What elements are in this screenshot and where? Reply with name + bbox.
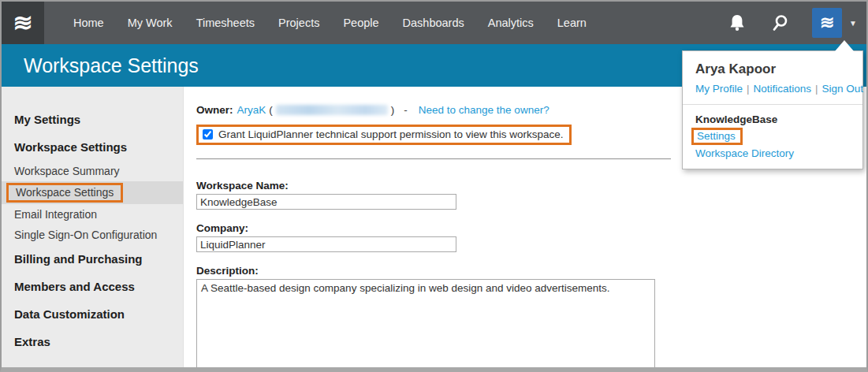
nav-my-work[interactable]: My Work xyxy=(116,17,184,29)
grant-support-highlight-box: Grant LiquidPlanner technical support pe… xyxy=(196,125,572,145)
grant-support-label: Grant LiquidPlanner technical support pe… xyxy=(218,128,563,140)
dropdown-workspace-name: KnowledgeBase xyxy=(695,113,850,125)
sign-out-link[interactable]: Sign Out xyxy=(822,83,864,95)
notifications-button[interactable] xyxy=(716,13,758,32)
workspace-menu-button[interactable]: ≋ xyxy=(812,8,842,38)
sidebar-item-billing-purchasing[interactable]: Billing and Purchasing xyxy=(2,245,183,273)
highlight-box: Workspace Settings xyxy=(6,183,123,203)
dropdown-user-links: My Profile|Notifications|Sign Out xyxy=(695,83,850,95)
app-window: ≋ Home My Work Timesheets Projects Peopl… xyxy=(0,0,868,372)
topnav-right-group: ≋ ▼ xyxy=(716,8,866,38)
dropdown-user-name: Arya Kapoor xyxy=(695,61,850,77)
link-separator: | xyxy=(815,83,818,95)
user-workspace-dropdown: Arya Kapoor My Profile|Notifications|Sig… xyxy=(682,50,863,169)
nav-analytics[interactable]: Analytics xyxy=(476,17,546,29)
workspace-avatar-icon: ≋ xyxy=(820,14,834,32)
my-profile-link[interactable]: My Profile xyxy=(695,83,743,95)
bell-icon xyxy=(728,13,746,32)
grant-support-checkbox[interactable] xyxy=(203,129,213,140)
workspace-menu-caret-icon[interactable]: ▼ xyxy=(849,19,857,28)
nav-learn[interactable]: Learn xyxy=(546,17,598,29)
top-navigation-bar: ≋ Home My Work Timesheets Projects Peopl… xyxy=(2,2,866,44)
company-label: Company: xyxy=(196,222,866,234)
workspace-directory-link[interactable]: Workspace Directory xyxy=(695,147,794,159)
sidebar-item-workspace-settings[interactable]: Workspace Settings xyxy=(2,181,183,204)
description-label: Description: xyxy=(196,265,866,277)
paren-close: ) xyxy=(391,104,395,116)
sidebar-item-email-integration[interactable]: Email Integration xyxy=(2,204,183,225)
notifications-link[interactable]: Notifications xyxy=(754,83,812,95)
workspace-name-label: Workspace Name: xyxy=(196,180,866,192)
dropdown-caret xyxy=(835,40,854,51)
sidebar-item-my-settings[interactable]: My Settings xyxy=(2,106,183,133)
change-owner-link[interactable]: Need to change the owner? xyxy=(419,104,549,116)
app-logo-button[interactable]: ≋ xyxy=(2,2,44,44)
sidebar-item-data-customization[interactable]: Data Customization xyxy=(2,300,183,328)
main-menu: Home My Work Timesheets Projects People … xyxy=(61,17,598,29)
dropdown-divider xyxy=(683,104,862,105)
settings-sidebar: My Settings Workspace Settings Workspace… xyxy=(2,87,184,367)
sidebar-item-members-access[interactable]: Members and Access xyxy=(2,273,183,300)
owner-name-link[interactable]: AryaK xyxy=(237,104,266,116)
nav-dashboards[interactable]: Dashboards xyxy=(391,17,476,29)
sidebar-item-sso-configuration[interactable]: Single Sign-On Configuration xyxy=(2,225,183,245)
sidebar-item-label: Workspace Settings xyxy=(16,186,114,199)
workspace-settings-link[interactable]: Settings xyxy=(697,130,736,142)
description-textarea[interactable]: A Seattle-based design company specializ… xyxy=(196,279,655,372)
redacted-owner-email xyxy=(276,105,388,115)
link-separator: | xyxy=(747,83,750,95)
nav-timesheets[interactable]: Timesheets xyxy=(184,17,266,29)
nav-people[interactable]: People xyxy=(331,17,390,29)
owner-dash: - xyxy=(404,104,408,116)
liquidplanner-logo-icon: ≋ xyxy=(13,11,32,35)
workspace-name-input[interactable] xyxy=(196,194,456,210)
company-input[interactable] xyxy=(196,236,456,252)
page-title: Workspace Settings xyxy=(2,54,199,77)
sidebar-item-extras[interactable]: Extras xyxy=(2,328,183,355)
nav-home[interactable]: Home xyxy=(61,17,116,29)
owner-label: Owner: xyxy=(196,104,233,116)
search-button[interactable] xyxy=(758,14,801,32)
settings-highlight-box: Settings xyxy=(691,128,743,145)
section-divider xyxy=(196,158,671,160)
search-icon xyxy=(771,14,788,32)
paren-open: ( xyxy=(269,104,273,116)
sidebar-section-workspace-settings[interactable]: Workspace Settings xyxy=(2,133,183,161)
nav-projects[interactable]: Projects xyxy=(266,17,331,29)
sidebar-item-workspace-summary[interactable]: Workspace Summary xyxy=(2,161,183,181)
